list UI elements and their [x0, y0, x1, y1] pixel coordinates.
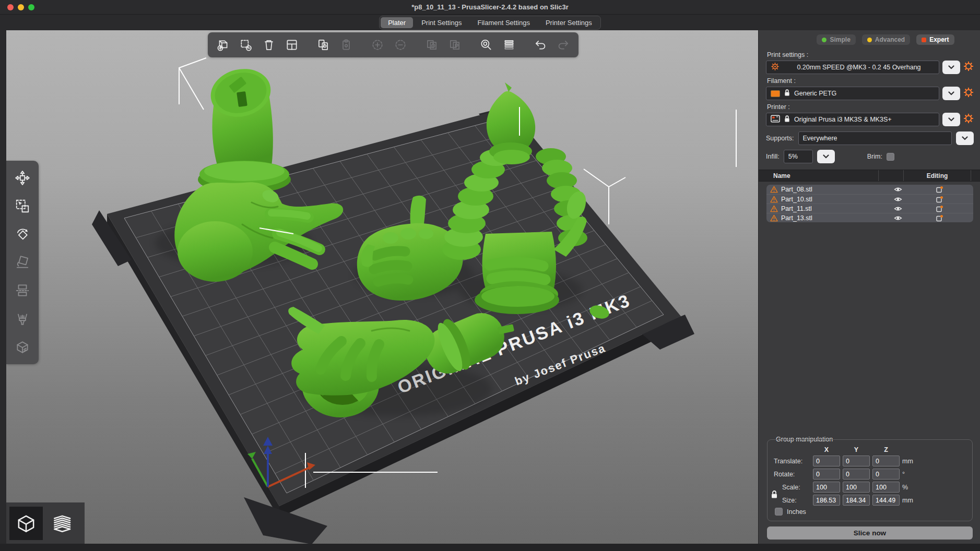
filament-gear-icon[interactable] [963, 87, 974, 100]
copy-icon[interactable] [312, 34, 334, 56]
object-row-part-08[interactable]: Part_08.stl [766, 185, 973, 194]
axis-z-header: Z [872, 446, 900, 453]
object-list-header: Name Editing [759, 170, 980, 182]
rotate-y-input[interactable] [843, 469, 870, 480]
delete-all-icon[interactable] [258, 34, 280, 56]
printer-dropdown-button[interactable] [942, 113, 960, 126]
maximize-window-button[interactable] [28, 4, 34, 10]
scale-y-input[interactable] [843, 482, 870, 493]
print-settings-gear-icon[interactable] [963, 61, 974, 74]
tab-plater[interactable]: Plater [381, 17, 413, 28]
warning-icon [766, 214, 781, 222]
close-window-button[interactable] [7, 4, 14, 10]
printer-icon [771, 115, 780, 125]
split-to-parts-icon [444, 34, 466, 56]
edit-object-icon[interactable] [911, 205, 968, 212]
size-z-input[interactable] [872, 495, 900, 506]
translate-z-input[interactable] [872, 456, 900, 466]
variable-layer-height-icon[interactable] [498, 34, 520, 56]
warning-icon [766, 186, 781, 193]
mode-switcher: Simple Advanced Expert [797, 34, 974, 45]
move-tool-icon[interactable] [10, 166, 34, 190]
edit-object-icon[interactable] [911, 196, 968, 203]
printer-combo[interactable]: Original Prusa i3 MK3S & MK3S+ [766, 113, 939, 126]
axis-x-header: X [813, 446, 840, 453]
object-list: Part_08.stl Part_10.stl Part_11.stl Part… [766, 185, 973, 222]
advanced-mode-dot-icon [867, 38, 872, 42]
rotate-tool-icon[interactable] [10, 222, 34, 246]
filament-combo[interactable]: Generic PETG [766, 87, 939, 100]
arrange-icon[interactable] [281, 34, 303, 56]
eye-icon[interactable] [885, 206, 911, 212]
paint-supports-tool-icon [10, 307, 34, 331]
expert-mode-dot-icon [922, 38, 926, 42]
tab-group: Plater Print Settings Filament Settings … [379, 16, 601, 30]
mode-simple-button[interactable]: Simple [817, 34, 855, 45]
rotate-z-input[interactable] [872, 469, 900, 480]
uniform-scale-lock-icon[interactable] [771, 490, 778, 501]
print-settings-combo[interactable]: 0.20mm SPEED @MK3 - 0.2 45 Overhang [766, 61, 939, 74]
filament-color-swatch [771, 90, 780, 97]
translate-x-input[interactable] [813, 456, 840, 466]
slice-now-button[interactable]: Slice now [767, 526, 973, 540]
edit-object-icon[interactable] [911, 186, 968, 193]
inches-checkbox[interactable] [775, 508, 783, 516]
undo-icon[interactable] [529, 34, 551, 56]
filament-label: Filament : [767, 77, 974, 85]
rotate-row: Rotate: ° [771, 469, 968, 480]
infill-combo[interactable]: 5% [784, 150, 813, 163]
object-row-part-11[interactable]: Part_11.stl [766, 203, 973, 213]
translate-row: Translate: mm [771, 456, 968, 466]
preview-layers-icon[interactable] [46, 507, 79, 540]
scale-row: Scale: % [771, 482, 968, 493]
delete-object-icon[interactable] [235, 34, 257, 56]
infill-dropdown-button[interactable] [817, 150, 835, 163]
eye-icon[interactable] [885, 196, 911, 202]
search-icon[interactable] [475, 34, 497, 56]
tab-printer-settings[interactable]: Printer Settings [538, 17, 599, 28]
mode-advanced-button[interactable]: Advanced [862, 34, 910, 45]
print-settings-dropdown-button[interactable] [942, 61, 960, 74]
eye-icon[interactable] [885, 186, 911, 193]
printer-gear-icon[interactable] [963, 113, 974, 126]
scale-x-input[interactable] [813, 482, 840, 493]
minimize-window-button[interactable] [18, 4, 24, 10]
mode-expert-button[interactable]: Expert [916, 34, 954, 45]
size-y-input[interactable] [843, 495, 870, 506]
brim-checkbox[interactable] [887, 153, 894, 161]
supports-value: Everywhere [803, 135, 837, 142]
plater-toolbar [208, 32, 578, 57]
brim-label: Brim: [867, 153, 882, 160]
object-row-part-13[interactable]: Part_13.stl [766, 213, 973, 222]
translate-y-input[interactable] [843, 456, 870, 466]
seam-tool-icon [10, 335, 34, 359]
filament-dropdown-button[interactable] [942, 87, 960, 100]
cut-tool-icon [10, 279, 34, 303]
right-sidebar: Simple Advanced Expert Print settings : … [758, 30, 980, 544]
warning-icon [766, 196, 781, 203]
scale-z-input[interactable] [872, 482, 900, 493]
inches-option: Inches [775, 508, 968, 516]
size-row: Size: mm [771, 495, 968, 506]
group-manipulation-panel: Group manipulation X Y Z Translate: mm [767, 439, 973, 521]
tab-filament-settings[interactable]: Filament Settings [470, 17, 537, 28]
object-row-part-10[interactable]: Part_10.stl [766, 194, 973, 203]
eye-icon[interactable] [885, 215, 911, 221]
tab-print-settings[interactable]: Print Settings [414, 17, 469, 28]
simple-mode-dot-icon [822, 38, 826, 42]
supports-dropdown-button[interactable] [956, 131, 974, 145]
size-x-input[interactable] [813, 495, 840, 506]
infill-value: 5% [788, 153, 798, 160]
printer-label: Printer : [767, 103, 974, 111]
window-title: *p8_10_11_13 - PrusaSlicer-2.4.2 based o… [411, 3, 569, 11]
print-settings-value: 0.20mm SPEED @MK3 - 0.2 45 Overhang [797, 64, 920, 71]
supports-combo[interactable]: Everywhere [798, 131, 952, 145]
add-instance-icon [367, 34, 388, 56]
editor-view-cube-icon[interactable] [9, 507, 43, 540]
scale-tool-icon[interactable] [10, 194, 34, 218]
edit-object-icon[interactable] [911, 214, 968, 222]
add-object-icon[interactable] [212, 34, 234, 56]
redo-icon [552, 34, 574, 56]
3d-viewport[interactable]: ORIGINAL PRUSA i3 MK3 by Josef Prusa [6, 30, 758, 544]
rotate-x-input[interactable] [813, 469, 840, 480]
